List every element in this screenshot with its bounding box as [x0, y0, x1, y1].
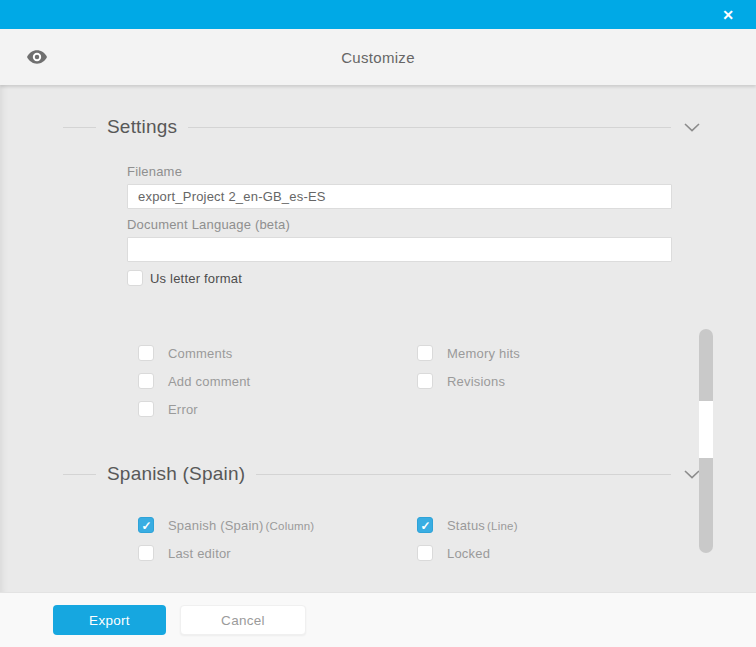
status-line-checkbox[interactable]: [417, 517, 433, 533]
option-label: Comments: [168, 346, 232, 361]
settings-fields: Filename Document Language (beta): [127, 164, 672, 262]
add-comment-checkbox[interactable]: [138, 373, 154, 389]
settings-section-header: Settings: [63, 116, 700, 138]
option-label: Last editor: [168, 546, 231, 561]
filename-field-group: Filename: [127, 164, 672, 209]
settings-options-grid: Comments Memory hits Add comment Revisio…: [138, 345, 756, 417]
dialog-header: Customize: [0, 29, 756, 85]
divider: [256, 474, 671, 475]
settings-collapse-chevron-icon[interactable]: [684, 123, 700, 132]
error-checkbox[interactable]: [138, 401, 154, 417]
option-error[interactable]: Error: [138, 401, 417, 417]
option-label: Spanish (Spain)(Column): [168, 518, 314, 533]
dialog-titlebar: ✕: [0, 0, 756, 29]
preview-eye-icon[interactable]: [27, 50, 47, 64]
spanish-column-checkbox[interactable]: [138, 517, 154, 533]
option-label: Add comment: [168, 374, 250, 389]
us-letter-format-checkbox[interactable]: [127, 270, 143, 286]
divider: [63, 474, 96, 475]
revisions-checkbox[interactable]: [417, 373, 433, 389]
close-icon[interactable]: ✕: [722, 8, 734, 22]
scrollbar-thumb[interactable]: [699, 401, 713, 458]
dialog-title: Customize: [0, 49, 756, 66]
language-collapse-chevron-icon[interactable]: [684, 470, 700, 479]
memory-hits-checkbox[interactable]: [417, 345, 433, 361]
export-button[interactable]: Export: [53, 605, 166, 635]
last-editor-checkbox[interactable]: [138, 545, 154, 561]
option-spanish-column[interactable]: Spanish (Spain)(Column): [138, 517, 417, 533]
us-letter-format-row[interactable]: Us letter format: [127, 270, 756, 286]
option-label: Memory hits: [447, 346, 520, 361]
language-section-title: Spanish (Spain): [107, 463, 245, 485]
filename-label: Filename: [127, 164, 672, 179]
filename-input[interactable]: [127, 184, 672, 209]
option-label: Revisions: [447, 374, 505, 389]
document-language-field-group: Document Language (beta): [127, 217, 672, 262]
comments-checkbox[interactable]: [138, 345, 154, 361]
cancel-button[interactable]: Cancel: [180, 605, 306, 635]
option-comments[interactable]: Comments: [138, 345, 417, 361]
document-language-input[interactable]: [127, 237, 672, 262]
divider: [63, 127, 96, 128]
option-label: Status(Line): [447, 518, 518, 533]
dialog-content: Settings Filename Document Language (bet…: [0, 85, 756, 592]
option-label: Error: [168, 402, 198, 417]
option-last-editor[interactable]: Last editor: [138, 545, 417, 561]
locked-checkbox[interactable]: [417, 545, 433, 561]
language-options-grid: Spanish (Spain)(Column) Status(Line) Las…: [138, 517, 756, 561]
dialog-footer: Export Cancel: [0, 592, 756, 647]
settings-section-title: Settings: [107, 116, 177, 138]
option-label: Locked: [447, 546, 490, 561]
option-suffix: (Line): [487, 520, 518, 532]
option-add-comment[interactable]: Add comment: [138, 373, 417, 389]
content-scrollbar[interactable]: [699, 329, 713, 553]
option-suffix: (Column): [266, 520, 315, 532]
customize-export-dialog: ✕ Customize Settings Filename: [0, 0, 756, 647]
us-letter-format-label: Us letter format: [150, 271, 242, 286]
divider: [188, 127, 671, 128]
language-section-header: Spanish (Spain): [63, 463, 700, 485]
document-language-label: Document Language (beta): [127, 217, 672, 232]
